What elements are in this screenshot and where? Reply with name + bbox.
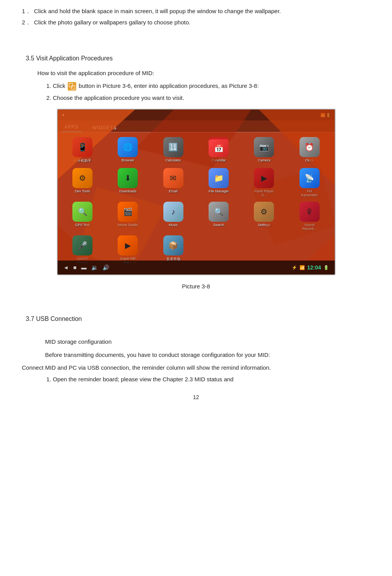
app-label: Music (169, 223, 178, 227)
usb-steps: Open the reminder board; please view the… (45, 376, 370, 382)
app-icon: ▶ (118, 235, 138, 255)
step-post-text: button in Picture 3-6, enter into applic… (79, 82, 258, 89)
app-icon: 🌐 (118, 137, 138, 157)
app-item[interactable]: 📡FM transmitter (288, 166, 331, 199)
app-item[interactable]: 🌐Browser (106, 135, 150, 165)
mid-storage-para2: Connect MID and PC via USB connection, t… (22, 363, 370, 373)
usb-icon: ⚡ (292, 265, 297, 270)
step-number: 1． (22, 8, 31, 15)
status-left: ▼ (62, 113, 65, 117)
app-icon: 🔍 (72, 202, 92, 222)
home-icon[interactable]: ■ (73, 264, 76, 271)
step-text: Click the photo gallary or wallpapers ga… (34, 19, 190, 26)
step-item: Choose the application procedure you wan… (53, 94, 370, 101)
apps-grid: 📱91手机助手🌐Browser🔢Calculator📅Calendar📷Came… (58, 132, 335, 269)
recents-icon[interactable]: ▬ (81, 264, 87, 271)
app-item[interactable]: ⚙Settings (242, 200, 286, 232)
app-label: Sound Record... (299, 223, 320, 231)
step-text: Click and hold the blank space in main s… (34, 8, 281, 14)
app-item[interactable]: 📅Calendar (197, 135, 241, 165)
app-label: Calendar (212, 158, 226, 162)
section-37-heading: 3.7 USB Connection (22, 315, 370, 322)
volume-up-icon[interactable]: 🔊 (103, 264, 109, 271)
status-right: 📶 🔋 (320, 113, 331, 117)
app-item[interactable]: 📁File Manager (197, 166, 241, 199)
app-item[interactable]: 📱91手机助手 (61, 135, 104, 165)
app-label: File Manager (209, 189, 229, 193)
mid-storage-heading: MID storage configuration (22, 337, 370, 347)
step-item: Click button in Picture 3-6, enter into … (53, 82, 370, 91)
section-35-steps: Click button in Picture 3-6, enter into … (45, 82, 370, 101)
android-status-bar: ▼ 📶 🔋 (58, 110, 335, 120)
app-icon: 📱 (72, 137, 92, 157)
clock-time: 12:04 (307, 264, 321, 271)
step-item: 1． Click and hold the blank space in mai… (22, 8, 370, 15)
app-label: Settings (258, 223, 270, 227)
app-item[interactable]: 🎬Movie Studio (106, 200, 150, 232)
app-item[interactable]: 🔢Calculator (151, 135, 195, 165)
app-icon: ▶ (254, 168, 274, 188)
tab-apps[interactable]: APPS (62, 123, 82, 132)
app-label: Flash Player S... (253, 189, 275, 197)
app-label: Search (213, 223, 224, 227)
mid-storage-para1: Before transmitting documents, you have … (22, 350, 370, 360)
usb-step-text: Open the reminder board; please view the… (53, 376, 234, 382)
app-item[interactable]: 🔍GPS Test (61, 200, 104, 232)
app-label: Downloads (119, 189, 137, 193)
app-label: Movie Studio (118, 223, 138, 227)
back-icon[interactable]: ◄ (63, 264, 69, 271)
app-item[interactable]: ⚙Dev Tools (61, 166, 104, 199)
usb-step-1: Open the reminder board; please view the… (53, 376, 370, 382)
app-icon: ⏰ (300, 137, 320, 157)
android-tabs-bar: APPS WIDGETS (58, 120, 335, 132)
picture-caption: Picture 3-8 (22, 283, 370, 290)
app-icon: 🎙 (300, 202, 320, 222)
app-item[interactable]: ♪Music (151, 200, 195, 232)
section-35-intro: How to visit the application procedure o… (38, 70, 370, 76)
app-icon: ♪ (163, 202, 183, 222)
bottom-navigation: ◄ ■ ▬ 🔉 🔊 (63, 264, 109, 271)
bottom-status-bar: ⚡ 📶 12:04 🔋 (292, 264, 329, 271)
app-label: FM transmitter (299, 189, 320, 197)
wallpaper-steps: 1． Click and hold the blank space in mai… (22, 8, 370, 26)
battery-icon: 🔋 (324, 265, 329, 270)
app-label: Calculator (166, 158, 181, 162)
app-icon: 📁 (209, 168, 229, 188)
step-pre-text: Click (53, 82, 67, 89)
app-icon: 🎬 (118, 202, 138, 222)
app-label: Dev Tools (75, 189, 90, 193)
app-item[interactable]: 📷Camera (242, 135, 286, 165)
app-label: 91手机助手 (74, 158, 91, 163)
app-label: Email (169, 189, 178, 193)
app-item[interactable]: ⬇Downloads (106, 166, 150, 199)
signal-icon: 📶 (300, 265, 305, 270)
app-item[interactable]: ▶Flash Player S... (242, 166, 286, 199)
app-item[interactable]: 🔍Search (197, 200, 241, 232)
app-item[interactable]: ⏰Clock (288, 135, 331, 165)
app-item[interactable]: ✉Email (151, 166, 195, 199)
step-number: 2． (22, 19, 31, 26)
app-label: GPS Test (75, 223, 90, 227)
android-screen-mockup: ▼ 📶 🔋 APPS WIDGETS 📱91手机助手🌐Browser🔢Calcu… (57, 109, 336, 275)
app-item[interactable]: 🎙Sound Record... (288, 200, 331, 232)
app-icon: 📷 (254, 137, 274, 157)
app-icon: ⚙ (254, 202, 274, 222)
page-content: 1． Click and hold the blank space in mai… (22, 8, 370, 400)
app-icon: 📡 (300, 168, 320, 188)
app-grid-button[interactable] (68, 82, 76, 91)
tab-widgets[interactable]: WIDGETS (89, 123, 120, 132)
app-icon: ⬇ (118, 168, 138, 188)
app-label: Camera (258, 158, 270, 162)
app-icon: 📅 (209, 137, 229, 157)
app-icon: 🎤 (72, 235, 92, 255)
app-icon: 🔍 (209, 202, 229, 222)
step-text: Choose the application procedure you wan… (53, 94, 184, 101)
app-label: Clock (305, 158, 314, 162)
android-bottom-bar: ◄ ■ ▬ 🔉 🔊 ⚡ 📶 12:04 🔋 (58, 261, 335, 274)
app-icon: 📦 (163, 235, 183, 255)
page-number: 12 (22, 394, 370, 400)
app-icon: 🔢 (163, 137, 183, 157)
app-icon: ⚙ (72, 168, 92, 188)
section-35-heading: 3.5 Visit Application Procedures (22, 55, 370, 62)
volume-down-icon[interactable]: 🔉 (91, 264, 98, 271)
